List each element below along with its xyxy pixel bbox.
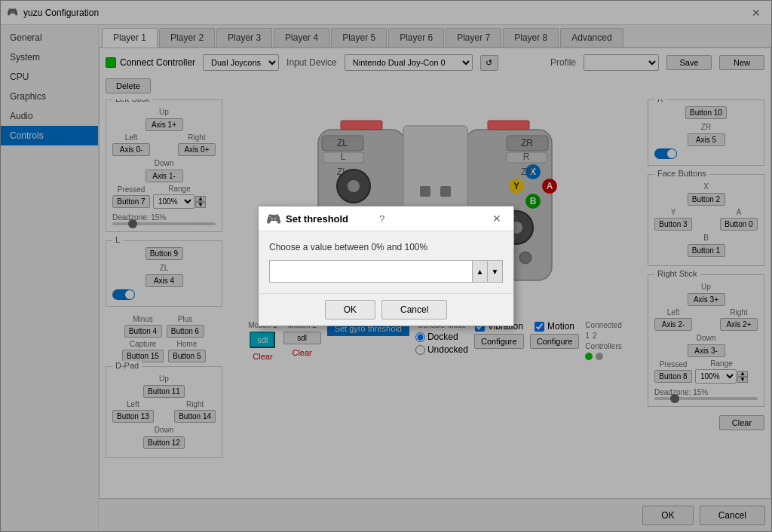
dialog-title-bar: 🎮 Set threshold ? ✕: [259, 206, 513, 231]
dialog-close-button[interactable]: ✕: [488, 211, 506, 226]
threshold-up-btn[interactable]: ▲: [472, 261, 487, 282]
threshold-down-btn[interactable]: ▼: [487, 261, 502, 282]
dialog-description: Choose a value between 0% and 100%: [269, 242, 503, 252]
threshold-input-container: ▲ ▼: [269, 260, 503, 283]
set-threshold-dialog: 🎮 Set threshold ? ✕ Choose a value betwe…: [258, 206, 514, 326]
dialog-overlay: 🎮 Set threshold ? ✕ Choose a value betwe…: [0, 0, 772, 532]
dialog-icon: 🎮: [266, 212, 281, 226]
dialog-ok-btn[interactable]: OK: [325, 300, 375, 320]
dialog-title-text: Set threshold: [286, 213, 375, 225]
threshold-input[interactable]: [270, 263, 472, 280]
dialog-cancel-btn[interactable]: Cancel: [381, 300, 447, 320]
dialog-question: ?: [379, 213, 468, 225]
dialog-buttons: OK Cancel: [259, 293, 513, 326]
dialog-body: Choose a value between 0% and 100% ▲ ▼: [259, 231, 513, 293]
